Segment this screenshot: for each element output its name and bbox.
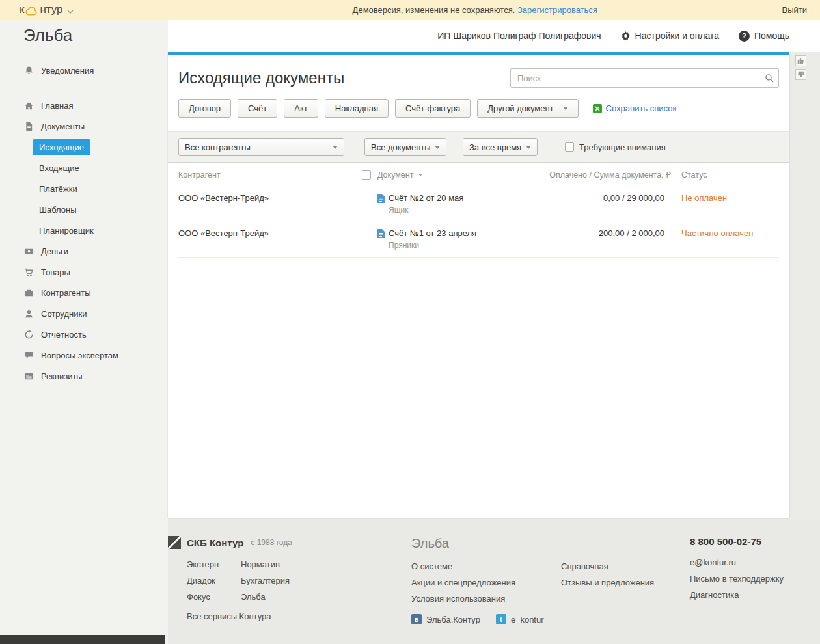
table-row[interactable]: ООО «Вестерн-Трейд» Счёт №2 от 20 мая Ящ… xyxy=(178,187,779,222)
sidebar-item-label: Уведомления xyxy=(41,66,94,75)
sidebar-item-requisites[interactable]: Реквизиты xyxy=(0,366,168,386)
support-mail-link[interactable]: Письмо в техподдержку xyxy=(690,574,820,584)
column-document-sort[interactable]: Документ xyxy=(377,170,525,180)
chevron-down-icon xyxy=(67,10,74,14)
footer-link-helpdesk[interactable]: Справочная xyxy=(561,561,654,571)
create-vat-invoice-button[interactable]: Счёт-фактура xyxy=(395,99,471,118)
settings-button[interactable]: Настройки и оплата xyxy=(621,31,719,41)
document-subtitle: Пряники xyxy=(389,241,525,250)
sidebar-item-label: Реквизиты xyxy=(41,371,83,381)
row-contractor: ООО «Вестерн-Трейд» xyxy=(178,228,362,250)
footer-link-promos[interactable]: Акции и спецпредложения xyxy=(411,578,561,587)
cart-icon xyxy=(23,267,34,277)
sidebar-item-reports[interactable]: Отчётность xyxy=(0,324,168,345)
support-email-link[interactable]: e@kontur.ru xyxy=(690,557,820,567)
sidebar-item-experts[interactable]: Вопросы экспертам xyxy=(0,345,168,366)
sidebar-item-payments[interactable]: Платёжки xyxy=(0,178,168,199)
create-act-button[interactable]: Акт xyxy=(284,99,318,118)
status-badge: Частично оплачен xyxy=(671,228,779,250)
table-row[interactable]: ООО «Вестерн-Трейд» Счёт №1 от 23 апреля… xyxy=(178,222,779,258)
footer-link-extern[interactable]: Экстерн xyxy=(187,559,241,569)
footer-link-about[interactable]: О системе xyxy=(411,561,561,571)
create-contract-button[interactable]: Договор xyxy=(178,99,231,118)
app-header: Эльба ИП Шариков Полиграф Полиграфович Н… xyxy=(0,20,820,52)
sidebar-item-templates[interactable]: Шаблоны xyxy=(0,199,168,220)
sidebar-item-label: Главная xyxy=(41,101,73,111)
period-filter-select[interactable]: За все время xyxy=(463,138,538,156)
sidebar-item-home[interactable]: Главная xyxy=(0,95,168,116)
sidebar-item-label: Сотрудники xyxy=(41,309,87,319)
footer-link-terms[interactable]: Условия использования xyxy=(411,594,561,604)
twitter-link[interactable]: e_kontur xyxy=(511,615,544,624)
logo-text-k: к xyxy=(20,3,24,16)
account-name[interactable]: ИП Шариков Полиграф Полиграфович xyxy=(437,31,601,41)
documents-filter-select[interactable]: Все документы xyxy=(364,138,446,156)
footer-link-all-services[interactable]: Все сервисы Контура xyxy=(187,611,411,621)
thumbs-up-button[interactable] xyxy=(795,55,806,66)
sidebar-item-employees[interactable]: Сотрудники xyxy=(0,303,168,324)
create-invoice-button[interactable]: Счёт xyxy=(238,99,277,118)
content-card: Исходящие документы Договор Счёт Акт Нак… xyxy=(168,52,789,518)
company-name: СКБ Контур xyxy=(187,537,243,548)
search-box xyxy=(510,68,779,88)
save-list-link[interactable]: Сохранить список xyxy=(593,103,677,113)
sidebar-item-goods[interactable]: Товары xyxy=(0,262,168,282)
chevron-down-icon xyxy=(526,146,531,149)
chevron-down-icon xyxy=(435,146,440,149)
support-phone: 8 800 500-02-75 xyxy=(690,536,820,547)
sidebar-item-planner[interactable]: Планировщик xyxy=(0,220,168,241)
sidebar-item-documents[interactable]: Документы xyxy=(0,116,168,137)
sidebar-item-label: Отчётность xyxy=(41,330,87,340)
vk-community-link[interactable]: Эльба.Контур xyxy=(426,615,480,624)
row-amount: 200,00 / 2 000,00 xyxy=(525,228,671,250)
vk-icon[interactable] xyxy=(411,614,422,624)
sidebar-item-incoming[interactable]: Входящие xyxy=(0,157,168,178)
footer-link-normativ[interactable]: Норматив xyxy=(241,559,290,569)
demo-notice: Демоверсия, изменения не сохраняются. xyxy=(353,5,515,15)
column-contractor: Контрагент xyxy=(178,170,362,180)
home-icon xyxy=(23,101,34,111)
gear-icon xyxy=(621,31,631,41)
footer-link-diadoc[interactable]: Диадок xyxy=(187,576,241,585)
create-waybill-button[interactable]: Накладная xyxy=(325,99,389,118)
page-title: Исходящие документы xyxy=(178,69,344,87)
search-icon[interactable] xyxy=(765,74,774,85)
logout-link[interactable]: Выйти xyxy=(782,5,820,15)
sidebar-item-label: Вопросы экспертам xyxy=(41,351,118,360)
help-icon xyxy=(739,31,750,42)
column-status: Статус xyxy=(671,170,779,180)
blue-document-icon xyxy=(377,194,385,203)
active-item-highlight: Исходящие xyxy=(33,139,90,155)
twitter-icon[interactable] xyxy=(496,614,506,624)
demo-topbar: к нтур Демоверсия, изменения не сохраняю… xyxy=(0,0,820,20)
contractors-filter-select[interactable]: Все контрагенты xyxy=(178,138,344,156)
person-icon xyxy=(23,309,34,319)
card-icon xyxy=(23,371,34,381)
browser-status-bar xyxy=(0,635,165,644)
register-link[interactable]: Зарегистрироваться xyxy=(517,5,597,15)
logo-text-rest: нтур xyxy=(40,3,62,16)
select-all-checkbox[interactable] xyxy=(362,170,371,180)
sidebar-item-contractors[interactable]: Контрагенты xyxy=(0,282,168,303)
blue-document-icon xyxy=(377,229,385,238)
money-icon xyxy=(23,247,34,256)
footer-link-focus[interactable]: Фокус xyxy=(187,592,241,602)
kontur-logo[interactable]: к нтур xyxy=(20,3,74,16)
sidebar-item-notifications[interactable]: Уведомления xyxy=(0,60,168,81)
help-button[interactable]: Помощь xyxy=(739,31,789,42)
sidebar-item-outgoing[interactable]: Исходящие xyxy=(0,137,168,157)
create-other-document-dropdown[interactable]: Другой документ xyxy=(477,99,578,118)
document-icon xyxy=(23,122,34,131)
footer-link-buhgalteria[interactable]: Бухгалтерия xyxy=(241,576,290,585)
thumbs-down-button[interactable] xyxy=(795,69,806,80)
footer-link-feedback[interactable]: Отзывы и предложения xyxy=(561,578,654,587)
sidebar-item-money[interactable]: Деньги xyxy=(0,241,168,262)
briefcase-icon xyxy=(23,288,34,298)
attention-filter[interactable]: Требующие внимания xyxy=(565,142,666,152)
search-input[interactable] xyxy=(510,68,779,88)
status-badge: Не оплачен xyxy=(671,193,779,215)
diagnostics-link[interactable]: Диагностика xyxy=(690,590,820,600)
attention-checkbox[interactable] xyxy=(565,142,574,152)
refresh-icon xyxy=(23,330,34,340)
footer-link-elba[interactable]: Эльба xyxy=(241,592,290,602)
